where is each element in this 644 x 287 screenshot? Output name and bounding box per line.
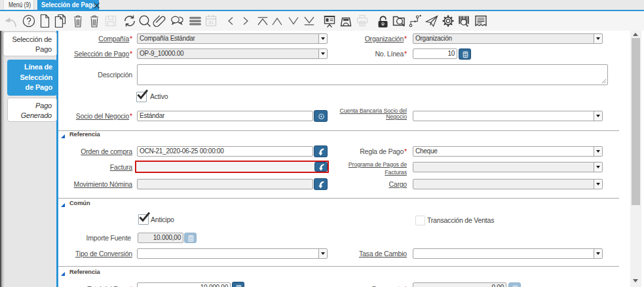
svg-text:31: 31 — [208, 20, 214, 26]
